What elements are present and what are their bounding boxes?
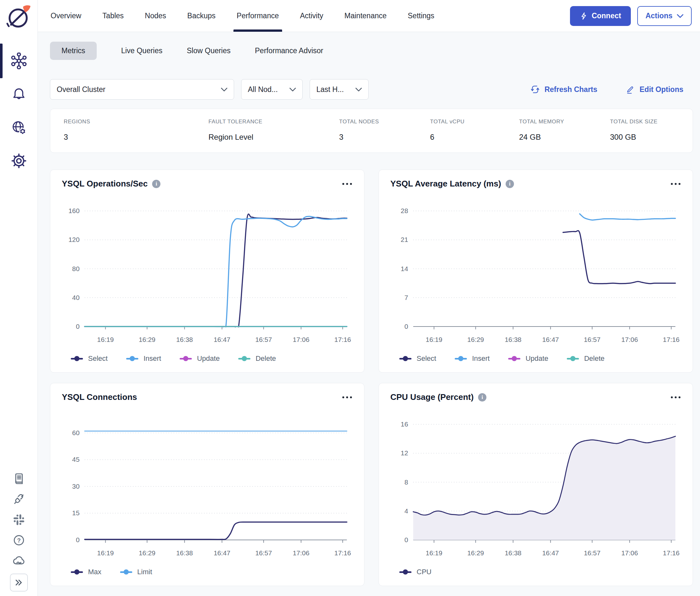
svg-text:17:06: 17:06 [621, 549, 638, 556]
ellipsis-menu-icon[interactable] [342, 394, 353, 400]
chart-card-cpu-usage: CPU Usage (Percent) i 048121616:1916:291… [379, 383, 693, 586]
subtab-metrics[interactable]: Metrics [50, 42, 97, 60]
help-question-icon: ? [12, 533, 26, 547]
chart-plot: 0714212816:1916:2916:3816:4716:5717:0617… [390, 192, 681, 351]
stat-label: TOTAL DISK SIZE [610, 119, 679, 125]
chart-legend: CPU [390, 565, 681, 578]
nodes-select-value: All Nod... [248, 85, 278, 94]
app-root: ? Overview Tables [0, 0, 700, 596]
tab-performance[interactable]: Performance [236, 0, 280, 32]
nav-tabs: Overview Tables Nodes Backups Performanc… [50, 0, 435, 32]
sidebar-item-settings[interactable] [0, 144, 38, 177]
sidebar-item-slack[interactable] [0, 510, 38, 530]
svg-text:0: 0 [76, 536, 80, 543]
svg-text:17:16: 17:16 [334, 336, 351, 343]
svg-text:16:29: 16:29 [467, 336, 484, 343]
tab-maintenance[interactable]: Maintenance [344, 0, 387, 32]
clusters-network-icon [10, 53, 27, 69]
sidebar-item-docs[interactable] [0, 469, 38, 489]
svg-text:4: 4 [405, 507, 408, 515]
tab-overview[interactable]: Overview [50, 0, 82, 32]
svg-text:30: 30 [72, 482, 79, 490]
cluster-select[interactable]: Overall Cluster [50, 79, 234, 100]
svg-text:16:47: 16:47 [542, 336, 559, 343]
stat-fault-tolerance: FAULT TOLERANCE Region Level [208, 119, 339, 142]
nodes-select[interactable]: All Nod... [241, 79, 303, 100]
svg-text:0: 0 [405, 323, 408, 330]
tab-tables[interactable]: Tables [102, 0, 124, 32]
tab-activity[interactable]: Activity [300, 0, 324, 32]
svg-text:16:47: 16:47 [214, 549, 230, 556]
subtab-performance-advisor[interactable]: Performance Advisor [255, 42, 323, 60]
info-icon[interactable]: i [505, 180, 514, 188]
svg-text:16:29: 16:29 [139, 549, 155, 556]
settings-gear-icon [11, 153, 27, 169]
cluster-select-value: Overall Cluster [57, 85, 105, 94]
svg-text:16:29: 16:29 [467, 549, 484, 556]
legend-item-delete: Delete [567, 354, 604, 363]
tab-backups[interactable]: Backups [187, 0, 216, 32]
chevron-down-icon [677, 14, 683, 18]
svg-text:17:16: 17:16 [663, 549, 679, 556]
stat-total-memory: TOTAL MEMORY 24 GB [519, 119, 610, 142]
svg-text:12: 12 [400, 449, 408, 456]
svg-text:160: 160 [69, 207, 80, 214]
tab-nodes[interactable]: Nodes [144, 0, 166, 32]
expand-sidebar-button[interactable] [10, 574, 28, 592]
legend-item-delete: Delete [238, 354, 276, 363]
pencil-icon [625, 84, 635, 94]
legend-item-insert: Insert [455, 354, 490, 363]
chevron-down-icon [289, 88, 296, 92]
ellipsis-menu-icon[interactable] [670, 181, 681, 187]
sidebar-item-alerts[interactable] [0, 78, 38, 111]
charts-grid: YSQL Operations/Sec i 0408012016016:1916… [50, 170, 693, 586]
stat-value: 24 GB [519, 133, 610, 142]
subtab-live-queries[interactable]: Live Queries [121, 42, 162, 60]
filter-bar: Overall Cluster All Nod... Last H... [38, 60, 700, 100]
integrations-plug-icon [12, 493, 26, 506]
connect-button[interactable]: Connect [570, 6, 631, 26]
sidebar-item-clusters[interactable] [0, 44, 38, 78]
edit-options-link[interactable]: Edit Options [625, 84, 683, 94]
stat-regions: REGIONS 3 [64, 119, 208, 142]
time-range-value: Last H... [316, 85, 344, 94]
subtab-slow-queries[interactable]: Slow Queries [187, 42, 231, 60]
main-content: Overview Tables Nodes Backups Performanc… [38, 0, 700, 596]
top-nav: Overview Tables Nodes Backups Performanc… [38, 0, 700, 32]
sidebar-item-cloud-status[interactable] [0, 550, 38, 571]
slack-icon [12, 513, 25, 526]
time-range-select[interactable]: Last H... [310, 79, 369, 100]
svg-text:21: 21 [400, 236, 408, 243]
tab-settings[interactable]: Settings [407, 0, 435, 32]
yugabyte-logo[interactable] [5, 4, 33, 31]
info-icon[interactable]: i [478, 393, 486, 401]
sidebar-expand[interactable] [0, 571, 38, 592]
lightning-bolt-icon [579, 12, 588, 20]
ellipsis-menu-icon[interactable] [342, 181, 353, 187]
chevron-down-icon [356, 88, 362, 92]
sidebar-item-help[interactable]: ? [0, 530, 38, 550]
chart-title: CPU Usage (Percent) [390, 392, 474, 402]
svg-text:40: 40 [72, 294, 79, 301]
sidebar-item-regions[interactable] [0, 111, 38, 144]
legend-item-insert: Insert [126, 354, 161, 363]
chart-header: CPU Usage (Percent) i [390, 392, 681, 402]
chart-title: YSQL Connections [62, 392, 137, 402]
svg-text:16:19: 16:19 [97, 549, 114, 556]
chart-plot: 01530456016:1916:2916:3816:4716:5717:061… [62, 405, 353, 565]
sidebar-item-integrations[interactable] [0, 489, 38, 510]
svg-text:60: 60 [72, 429, 79, 437]
stat-total-nodes: TOTAL NODES 3 [339, 119, 430, 142]
stat-value: 3 [64, 133, 208, 142]
legend-item-cpu: CPU [399, 568, 431, 576]
refresh-charts-link[interactable]: Refresh Charts [530, 84, 597, 94]
ellipsis-menu-icon[interactable] [670, 394, 681, 400]
svg-text:16:57: 16:57 [584, 549, 600, 556]
connect-label: Connect [592, 11, 621, 20]
alerts-bell-icon [11, 86, 27, 102]
stat-value: 300 GB [610, 133, 679, 142]
refresh-cycle-icon [530, 84, 540, 94]
actions-button[interactable]: Actions [637, 6, 692, 26]
refresh-charts-label: Refresh Charts [544, 85, 597, 94]
info-icon[interactable]: i [152, 180, 160, 188]
